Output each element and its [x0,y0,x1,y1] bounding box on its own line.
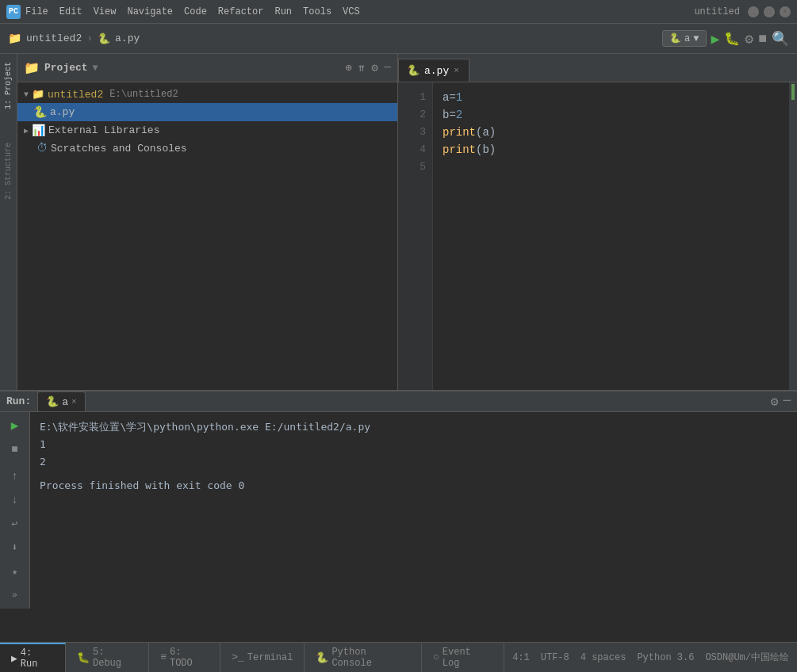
interpreter-selector[interactable]: 🐍 a ▼ [662,30,706,47]
menu-tools[interactable]: Tools [303,6,331,17]
panel-title: Project [44,62,88,74]
scroll-indicator [791,84,795,100]
menu-view[interactable]: View [94,6,117,17]
code-line-4: print(b) [443,141,780,158]
code-content[interactable]: a=1 b=2 print(a) print(b) [433,82,789,420]
stop-run-button[interactable]: ■ [5,439,25,460]
maximize-button[interactable]: □ [764,6,775,17]
tree-scratches[interactable]: ⏱ Scratches and Consoles [17,139,397,157]
run-hide-button[interactable]: ─ [783,394,791,410]
run-settings-button[interactable]: ⚙ [771,394,779,410]
title-bar: PC File Edit View Navigate Code Refactor… [0,0,797,24]
file-breadcrumb[interactable]: a.py [115,32,140,44]
more-button[interactable]: » [5,585,25,605]
project-panel-header: 📁 Project ▼ ⊕ ⇈ ⚙ ─ [17,54,397,82]
encoding-status: UTF-8 [541,652,569,663]
menu-bar: File Edit View Navigate Code Refactor Ru… [25,6,694,17]
root-path: E:\untitled2 [109,89,178,100]
stop-button[interactable]: ■ [758,31,767,47]
menu-code[interactable]: Code [184,6,207,17]
terminal-tab-label: Terminal [247,652,293,663]
collapse-button[interactable]: ⇈ [358,61,365,74]
chevron-down-icon: ▼ [24,90,29,99]
code-line-2: b=2 [443,106,780,124]
py-file-icon: 🐍 [98,32,110,45]
hide-button[interactable]: ─ [385,61,391,74]
tree-file-apy[interactable]: 🐍 a.py [17,103,397,121]
run-tab-name: a [62,396,68,408]
tree-external-libs[interactable]: ▶ 📊 External Libraries [17,121,397,139]
panel-actions: ⊕ ⇈ ⚙ ─ [345,61,391,74]
editor-tabs: 🐍 a.py × [398,54,797,82]
bottom-tab-python-console[interactable]: 🐍 Python Console [305,643,422,672]
run-panel-header: Run: 🐍 a × ⚙ ─ [0,391,797,412]
app-icon: PC [6,5,21,19]
run-tab-icon: ▶ [11,652,17,665]
rerun-button[interactable]: ▶ [5,415,25,436]
tree-root[interactable]: ▼ 📁 untitled2 E:\untitled2 [17,86,397,103]
project-breadcrumb[interactable]: untitled2 [26,32,82,44]
status-bar: ▶ 4: Run 🐛 5: Debug ≡ 6: TODO >_ Termina… [0,642,797,672]
search-button[interactable]: 🔍 [772,30,789,48]
run-config-button[interactable]: ⚙ [745,30,753,48]
cursor-position: 4:1 [512,652,530,663]
left-sidebar-tabs: 1: Project 2: Structure [0,54,17,420]
menu-file[interactable]: File [25,6,48,17]
py-file-icon: 🐍 [33,105,47,119]
tab-close-button[interactable]: × [454,66,459,75]
bottom-tab-run[interactable]: ▶ 4: Run [0,643,66,672]
sidebar-tab-project[interactable]: 1: Project [4,57,13,114]
library-icon: 📊 [32,124,45,137]
project-panel: 📁 Project ▼ ⊕ ⇈ ⚙ ─ ▼ 📁 untitled2 E:\unt… [17,54,398,420]
up-button[interactable]: ↑ [5,466,25,487]
debug-button[interactable]: 🐛 [724,31,740,47]
run-button[interactable]: ▶ [711,30,720,48]
menu-navigate[interactable]: Navigate [127,6,173,17]
todo-tab-icon: ≡ [160,651,167,663]
scroll-end-button[interactable]: ⬇ [5,537,25,558]
project-tree: ▼ 📁 untitled2 E:\untitled2 🐍 a.py ▶ 📊 Ex… [17,82,397,420]
folder-icon: 📁 [32,88,44,101]
tab-label: a.py [424,65,449,77]
settings-button[interactable]: ⚙ [371,61,377,74]
terminal-tab-icon: >_ [232,651,244,663]
bottom-tab-event-log[interactable]: ○ Event Log [422,643,504,672]
run-tab-label: 4: Run [21,647,54,670]
python-console-tab-icon: 🐍 [316,651,328,664]
add-item-button[interactable]: ⊕ [345,61,351,74]
minimize-button[interactable]: _ [748,6,759,17]
editor-scrollbar[interactable] [789,82,797,420]
editor-tab-apy[interactable]: 🐍 a.py × [398,59,469,82]
dropdown-chevron[interactable]: ▼ [93,63,98,74]
file-label: a.py [50,106,75,118]
code-area[interactable]: 1 2 3 4 5 a=1 b=2 print(a) print(b) [398,82,797,420]
tab-py-icon: 🐍 [407,64,420,77]
wrap-button[interactable]: ↩ [5,514,25,534]
code-line-1: a=1 [443,89,780,106]
down-button[interactable]: ↓ [5,490,25,510]
bottom-tab-debug[interactable]: 🐛 5: Debug [66,643,149,672]
pin-button[interactable]: ★ [5,561,25,582]
external-libs-label: External Libraries [48,124,159,136]
menu-vcs[interactable]: VCS [343,6,360,17]
menu-run[interactable]: Run [274,6,292,17]
menu-edit[interactable]: Edit [59,6,82,17]
run-content: E:\软件安装位置\学习\python\python.exe E:/untitl… [30,412,797,609]
run-tab-a[interactable]: 🐍 a × [37,391,85,411]
output-command: E:\软件安装位置\学习\python\python.exe E:/untitl… [40,418,787,436]
bottom-tab-terminal[interactable]: >_ Terminal [220,643,305,672]
sidebar-tab-structure[interactable]: 2: Structure [4,138,13,204]
run-tab-icon: 🐍 [46,395,59,408]
status-info: 4:1 UTF-8 4 spaces Python 3.6 OSDN@Um/中国… [504,651,797,664]
editor-area: 🐍 a.py × 1 2 3 4 5 a=1 b=2 print(a) prin… [398,54,797,420]
project-folder-icon: 📁 [8,32,21,45]
run-panel: Run: 🐍 a × ⚙ ─ ▶ ■ ↑ ↓ ↩ ⬇ ★ » E:\软件安装位置… [0,390,797,586]
close-button[interactable]: × [780,6,791,17]
window-title: untitled [694,6,740,17]
scratches-label: Scratches and Consoles [51,143,187,155]
run-tab-close[interactable]: × [71,397,77,407]
bottom-tab-todo[interactable]: ≡ 6: TODO [149,643,220,672]
bottom-tabs: ▶ 4: Run 🐛 5: Debug ≡ 6: TODO >_ Termina… [0,643,504,672]
project-folder-icon: 📁 [24,60,40,76]
menu-refactor[interactable]: Refactor [218,6,264,17]
